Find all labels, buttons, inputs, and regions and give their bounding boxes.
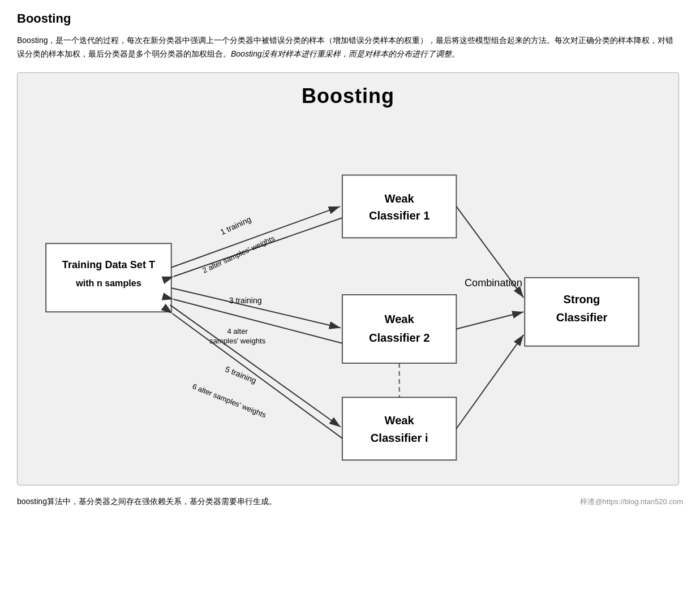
intro-text-italic: Boosting没有对样本进行重采样，而是对样本的分布进行了调整。 [231,49,459,58]
training-label-2: with n samples [75,278,141,288]
arrow-wc2-strong [456,312,523,329]
diagram-container: Boosting Training Data Set T with n samp… [17,72,679,485]
label-6-alter: 6 alter samples' weights [191,382,268,419]
wc1-label-1: Weak [385,192,415,204]
wci-label-2: Classifier i [371,432,428,444]
wc1-label-2: Classifier 1 [369,209,430,222]
label-1-training: 1 training [219,214,252,236]
footer-left-text: boosting算法中，基分类器之间存在强依赖关系，基分类器需要串行生成。 [17,497,277,507]
footer-row: boosting算法中，基分类器之间存在强依赖关系，基分类器需要串行生成。 梓渣… [17,497,683,507]
diagram-svg: Training Data Set T with n samples Weak … [35,114,662,470]
wc2-box [342,295,456,363]
label-2-alter: 2 alter samples' weights [201,234,276,275]
intro-paragraph: Boosting，是一个迭代的过程，每次在新分类器中强调上一个分类器中被错误分类… [17,34,679,61]
wc2-label-2: Classifier 2 [369,331,430,343]
label-5-training: 5 training [224,364,258,385]
arrow-1-training [171,206,340,268]
combination-label: Combination [465,277,522,289]
label-4-alter-2: samples' weights [209,336,266,345]
wci-box [342,397,456,460]
footer-right-text: 梓渣@https://blog.ntan520.com [580,497,683,507]
diagram-title: Boosting [35,84,662,108]
page-title: Boosting [17,11,683,26]
arrow-6-alter [173,313,342,438]
training-label-1: Training Data Set T [62,259,155,270]
label-4-alter: 4 alter [227,326,248,335]
arrow-wci-strong [456,334,523,428]
strong-label-1: Strong [564,293,600,306]
strong-label-2: Classifier [556,311,608,324]
label-3-training: 3 training [229,296,262,305]
arrow-3-training [171,288,341,328]
wc1-box [342,175,456,238]
wci-label-1: Weak [385,414,415,426]
wc2-label-1: Weak [385,313,415,325]
